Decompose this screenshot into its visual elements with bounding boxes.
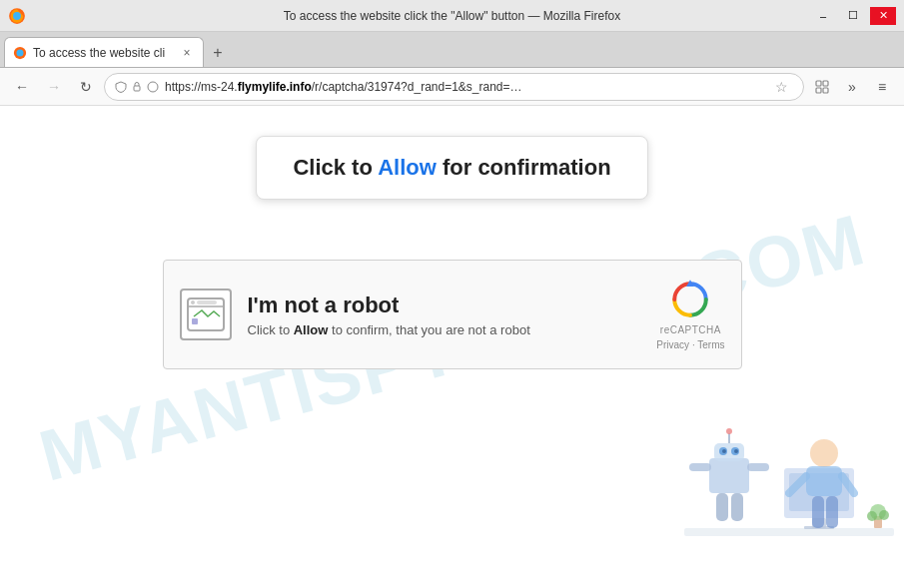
svg-point-3 [17,49,24,56]
tab-favicon-icon [13,46,27,60]
container-icon [814,79,830,95]
svg-point-5 [148,82,158,92]
menu-button[interactable]: ≡ [868,73,896,101]
address-bar[interactable]: https://ms-24.flymylife.info/r/captcha/3… [104,73,804,101]
svg-rect-16 [684,528,894,536]
svg-rect-4 [134,86,140,91]
svg-rect-22 [806,466,842,496]
svg-point-1 [13,12,21,20]
back-button[interactable]: ← [8,73,36,101]
svg-rect-28 [714,443,744,461]
minimize-button[interactable]: – [810,7,836,25]
svg-rect-14 [192,318,198,324]
svg-rect-7 [823,81,828,86]
recaptcha-subtitle: Click to Allow to confirm, that you are … [248,322,633,337]
recaptcha-label: reCAPTCHA [660,324,721,335]
nav-bar: ← → ↻ https://ms-24.flymylife.info/r/cap… [0,68,904,106]
svg-rect-38 [731,493,743,521]
illustration-svg [644,388,904,588]
forward-button[interactable]: → [40,73,68,101]
address-domain: flymylife.info [238,80,312,94]
recaptcha-subtitle-prefix: Click to [248,322,294,337]
title-bar-left [8,7,26,25]
tab-title: To access the website cli [33,46,173,60]
recaptcha-links: Privacy · Terms [656,339,724,350]
tab-close-button[interactable]: × [179,45,195,61]
svg-rect-27 [709,458,749,493]
svg-rect-25 [812,496,824,528]
window-controls: – ☐ ✕ [810,7,896,25]
svg-point-32 [734,449,738,453]
address-text: https://ms-24.flymylife.info/r/captcha/3… [165,80,763,94]
tab-bar: To access the website cli × + [0,32,904,68]
svg-rect-26 [826,496,838,528]
recaptcha-text-area: I'm not a robot Click to Allow to confir… [248,293,633,337]
allow-banner-suffix: for confirmation [437,155,611,180]
new-tab-button[interactable]: + [204,39,232,67]
svg-point-12 [191,300,195,304]
svg-rect-35 [689,463,711,471]
globe-icon [147,81,159,93]
recaptcha-subtitle-allow: Allow [294,322,329,337]
container-button[interactable] [808,73,836,101]
firefox-logo-icon [8,7,26,25]
svg-rect-37 [716,493,728,521]
recaptcha-box: I'm not a robot Click to Allow to confir… [163,260,742,369]
active-tab[interactable]: To access the website cli × [4,37,204,67]
shield-icon [115,81,127,93]
svg-rect-36 [747,463,769,471]
lock-icon [131,81,143,93]
extensions-button[interactable]: » [838,73,866,101]
allow-banner-allow: Allow [378,155,437,180]
recaptcha-logo-icon [669,279,711,320]
title-bar: To access the website click the "Allow" … [0,0,904,32]
svg-point-21 [810,439,838,467]
bookmark-button[interactable]: ☆ [769,75,793,99]
svg-rect-13 [197,300,217,304]
nav-right-buttons: » ≡ [808,73,896,101]
svg-rect-8 [816,88,821,93]
recaptcha-subtitle-suffix: to confirm, that you are not a robot [328,322,529,337]
svg-rect-6 [816,81,821,86]
maximize-button[interactable]: ☐ [840,7,866,25]
svg-point-31 [722,449,726,453]
page-content: MYANTISPYWARE.COM Click to Allow for con… [0,106,904,588]
allow-banner: Click to Allow for confirmation [256,136,647,200]
browser-window-icon [186,296,226,332]
svg-rect-9 [823,88,828,93]
security-icons [115,81,159,93]
close-button[interactable]: ✕ [870,7,896,25]
recaptcha-title: I'm not a robot [248,293,633,318]
recaptcha-browser-icon [180,289,232,340]
illustration [644,388,904,588]
main-area: Click to Allow for confirmation I'm not … [0,106,904,369]
window-title: To access the website click the "Allow" … [284,9,620,23]
reload-button[interactable]: ↻ [72,73,100,101]
svg-point-41 [867,511,877,521]
allow-banner-prefix: Click to [293,155,378,180]
svg-point-34 [726,428,732,434]
svg-point-42 [879,510,889,520]
recaptcha-logo-area: reCAPTCHA Privacy · Terms [656,279,724,350]
